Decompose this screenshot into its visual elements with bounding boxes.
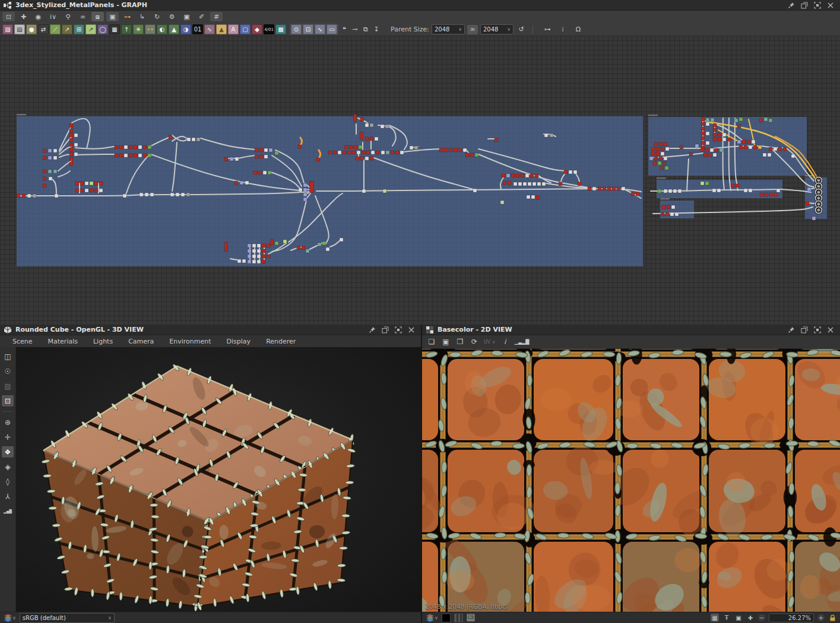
graph-node[interactable] xyxy=(48,170,52,173)
graph-node[interactable] xyxy=(737,140,741,144)
graph-node[interactable] xyxy=(673,189,677,193)
graph-node[interactable] xyxy=(248,244,251,247)
graph-node[interactable] xyxy=(778,147,782,151)
graph-node[interactable] xyxy=(465,153,469,157)
graph-node[interactable] xyxy=(376,151,379,154)
graph-node[interactable] xyxy=(763,153,766,157)
graph-node[interactable] xyxy=(303,188,307,192)
graph-node[interactable] xyxy=(739,117,743,121)
graph-node[interactable] xyxy=(649,157,653,160)
graph-node[interactable] xyxy=(253,171,257,174)
info-dropdown-icon[interactable]: i∨ xyxy=(47,12,59,21)
curve-node-icon[interactable]: ⟋ xyxy=(50,24,61,34)
graph-node[interactable] xyxy=(598,187,601,190)
graph-node[interactable] xyxy=(360,157,364,160)
graph-node[interactable] xyxy=(257,255,261,258)
graph-node[interactable] xyxy=(69,124,73,128)
graph-node[interactable] xyxy=(739,145,743,149)
uv-dropdown[interactable]: UV ∨ xyxy=(484,337,496,347)
background-color-swatch[interactable] xyxy=(442,614,451,622)
environment-icon[interactable]: ▨ xyxy=(2,380,14,392)
warp-node-icon[interactable]: ↗ xyxy=(85,24,96,34)
graph-node[interactable] xyxy=(523,182,527,186)
graph-node[interactable] xyxy=(262,249,265,253)
graph-node[interactable] xyxy=(631,192,635,196)
graph-node[interactable] xyxy=(661,147,664,151)
graph-node[interactable] xyxy=(343,151,346,154)
graph-node[interactable] xyxy=(760,193,763,196)
graph-node[interactable] xyxy=(347,151,351,154)
graph-node[interactable] xyxy=(653,161,657,165)
wireframe-icon[interactable]: ⊕ xyxy=(2,417,14,428)
graph-node[interactable] xyxy=(271,239,274,245)
graph-node[interactable] xyxy=(400,151,404,154)
histogram-scan-node-icon[interactable]: ▲ xyxy=(169,24,179,34)
graph-node[interactable] xyxy=(536,196,540,199)
graph-node[interactable] xyxy=(356,157,359,160)
graph-node[interactable] xyxy=(713,123,717,127)
rotate-icon[interactable]: ↻ xyxy=(151,12,163,21)
graph-node[interactable] xyxy=(371,151,375,154)
graph-node[interactable] xyxy=(235,157,239,161)
maximize-icon[interactable] xyxy=(814,2,821,9)
grid-snap-icon[interactable]: # xyxy=(210,12,223,21)
value-node-icon[interactable]: ∿ xyxy=(315,24,325,34)
graph-node[interactable] xyxy=(592,187,596,190)
blend-node-icon[interactable]: ◐ xyxy=(157,24,167,34)
graph-node[interactable] xyxy=(518,182,522,186)
graph-node[interactable] xyxy=(752,140,755,144)
graph-node[interactable] xyxy=(360,117,364,121)
graph-node[interactable] xyxy=(267,244,270,247)
graph-node[interactable] xyxy=(124,154,128,157)
graph-node[interactable] xyxy=(340,238,343,241)
graph-node[interactable] xyxy=(439,148,443,152)
menu-environment[interactable]: Environment xyxy=(161,338,218,345)
graph-node[interactable] xyxy=(181,193,185,196)
graph-node[interactable] xyxy=(370,157,373,160)
graph-node[interactable] xyxy=(722,133,726,136)
graph-node[interactable] xyxy=(812,217,816,220)
graph-node[interactable] xyxy=(302,246,305,250)
graph-node[interactable] xyxy=(176,193,179,196)
graph-node[interactable] xyxy=(807,187,811,191)
graph-node[interactable] xyxy=(299,188,302,192)
graph-node[interactable] xyxy=(544,134,548,137)
graph-node[interactable] xyxy=(255,155,258,158)
graph-node[interactable] xyxy=(148,145,151,149)
graph-canvas[interactable] xyxy=(0,36,840,325)
graph-node[interactable] xyxy=(145,193,148,196)
camera-video-icon[interactable]: ◫ xyxy=(2,351,14,362)
graph-node[interactable] xyxy=(503,181,506,185)
graph-node[interactable] xyxy=(338,151,341,154)
graph-node[interactable] xyxy=(675,212,679,216)
graph-node[interactable] xyxy=(706,141,709,145)
graph-node[interactable] xyxy=(715,148,718,152)
graph-node[interactable] xyxy=(700,182,704,185)
graph-node[interactable] xyxy=(354,145,357,149)
checker-background-icon[interactable] xyxy=(454,614,463,622)
graph-node[interactable] xyxy=(115,154,118,157)
channels-layers-icon[interactable]: ∨ xyxy=(426,614,438,622)
graph-node[interactable] xyxy=(713,138,717,141)
graph-node[interactable] xyxy=(705,148,709,152)
graph-node[interactable] xyxy=(322,241,326,245)
graph-node[interactable] xyxy=(537,182,541,186)
graph-node[interactable] xyxy=(119,154,123,157)
layers-view-icon[interactable]: ▣ xyxy=(106,12,119,21)
graph-node[interactable] xyxy=(713,128,717,132)
parent-height-select[interactable]: 2048∨ xyxy=(480,24,513,34)
bitmap-node-icon[interactable]: ▨ xyxy=(2,24,13,34)
graph-node[interactable] xyxy=(170,193,174,196)
graph-node[interactable] xyxy=(559,182,562,186)
graph-node[interactable] xyxy=(234,181,238,185)
graph-node[interactable] xyxy=(449,148,452,152)
graph-node[interactable] xyxy=(658,189,661,193)
save-icon[interactable]: ▣ xyxy=(441,337,451,347)
graph-node[interactable] xyxy=(664,142,667,146)
image-frame-icon[interactable]: ▣ xyxy=(180,12,193,21)
graph-node[interactable] xyxy=(661,212,664,216)
graph-node[interactable] xyxy=(678,189,681,193)
graph-node[interactable] xyxy=(712,189,716,192)
graph-node[interactable] xyxy=(521,174,524,177)
graph-node[interactable] xyxy=(303,193,307,196)
